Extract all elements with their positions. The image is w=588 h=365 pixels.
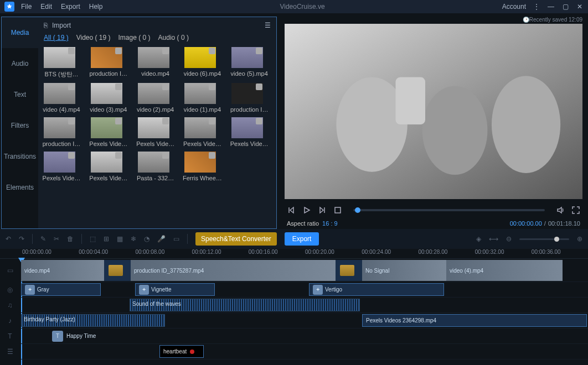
add-badge-icon[interactable] [68, 152, 75, 159]
split-icon[interactable]: ⊞ [104, 235, 109, 243]
speech-text-button[interactable]: Speech&Text Converter [195, 232, 277, 246]
video-clip[interactable]: video.mp4 [21, 260, 104, 281]
add-badge-icon[interactable] [162, 84, 169, 90]
add-badge-icon[interactable] [256, 118, 262, 124]
add-badge-icon[interactable] [68, 48, 75, 54]
zoom-slider[interactable] [519, 238, 569, 240]
media-item[interactable]: Pasta - 332… [138, 152, 174, 181]
sidebar-elements[interactable]: Elements [2, 172, 38, 203]
sidebar-transitions[interactable]: Transitions [2, 141, 38, 172]
mosaic-icon[interactable]: ▦ [117, 235, 123, 243]
record-screen-icon[interactable]: ▭ [173, 235, 179, 243]
export-button[interactable]: Export [285, 232, 319, 246]
media-item[interactable]: video.mp4 [138, 47, 174, 79]
add-badge-icon[interactable] [115, 152, 122, 159]
add-badge-icon[interactable] [115, 118, 122, 124]
menu-file[interactable]: File [21, 3, 32, 11]
prev-frame-icon[interactable] [287, 206, 296, 215]
close-icon[interactable]: ✕ [576, 3, 584, 11]
cut-icon[interactable]: ✂ [54, 235, 59, 243]
filter-tab-video[interactable]: Video ( 19 ) [76, 34, 111, 41]
add-badge-icon[interactable] [209, 48, 215, 54]
filter-clip[interactable]: ✦Vertigo [309, 283, 444, 296]
media-item[interactable]: Pexels Vide… [184, 117, 220, 147]
media-item[interactable]: video (3).mp4 [91, 83, 127, 113]
media-item[interactable]: video (2).mp4 [138, 83, 174, 113]
media-item[interactable]: Pexels Vide… [138, 117, 174, 147]
add-badge-icon[interactable] [162, 152, 169, 159]
delete-icon[interactable]: 🗑 [67, 235, 74, 243]
list-view-icon[interactable]: ☰ [265, 22, 271, 29]
duration-icon[interactable]: ◔ [144, 235, 149, 243]
add-badge-icon[interactable] [162, 48, 169, 54]
menu-edit[interactable]: Edit [40, 3, 52, 11]
media-item[interactable]: production I… [231, 83, 267, 113]
track-extra-icon[interactable]: ☰ [0, 344, 20, 359]
video-clip[interactable] [336, 260, 362, 281]
menu-export[interactable]: Export [61, 3, 80, 11]
video-preview[interactable] [285, 24, 582, 199]
media-item[interactable]: Pexels Vide… [91, 117, 127, 147]
voiceover-icon[interactable]: 🎤 [157, 235, 166, 243]
volume-icon[interactable] [556, 206, 565, 215]
filter-clip[interactable]: ✦Vignette [135, 283, 215, 296]
media-item[interactable]: production I… [44, 117, 80, 147]
menu-help[interactable]: Help [89, 3, 103, 11]
add-badge-icon[interactable] [68, 84, 75, 90]
track-filter-icon[interactable]: ◎ [0, 282, 20, 298]
preview-scrubber[interactable] [353, 209, 545, 211]
track-video-icon[interactable]: ▭ [0, 259, 20, 282]
add-badge-icon[interactable] [209, 152, 215, 159]
import-button[interactable]: Import [52, 22, 71, 29]
crop-icon[interactable]: ⬚ [90, 235, 96, 243]
fit-icon[interactable]: ⟷ [489, 235, 498, 243]
timeline-ruler[interactable]: 00:00:00.0000:00:04.0000:00:08.0000:00:1… [0, 249, 588, 259]
sidebar-media[interactable]: Media [2, 17, 38, 48]
filter-track[interactable]: ✦Gray✦Vignette✦Vertigo [21, 282, 588, 298]
account-link[interactable]: Account [502, 3, 526, 11]
more-icon[interactable]: ⋮ [533, 3, 540, 11]
add-badge-icon[interactable] [256, 84, 262, 90]
video-track[interactable]: video.mp4production ID_3775287.mp4No Sig… [21, 259, 588, 282]
extra-track[interactable]: heartbeat [21, 344, 588, 359]
media-item[interactable]: Ferris Whee… [184, 152, 220, 181]
media-item[interactable]: video (5).mp4 [231, 47, 267, 79]
video-clip[interactable]: video (4).mp4 [446, 260, 563, 281]
filter-tab-audio[interactable]: Audio ( 0 ) [158, 34, 189, 41]
undo-icon[interactable]: ↶ [6, 235, 11, 243]
heartbeat-clip[interactable]: heartbeat [159, 345, 204, 358]
fullscreen-icon[interactable] [571, 206, 580, 215]
zoom-out-icon[interactable]: ⊖ [506, 235, 512, 243]
audio-clip[interactable]: Pexels Videos 2364298.mp4 [362, 314, 587, 327]
add-badge-icon[interactable] [256, 48, 262, 54]
redo-icon[interactable]: ↷ [19, 235, 24, 243]
marker-icon[interactable]: ◈ [476, 235, 481, 243]
add-badge-icon[interactable] [115, 48, 122, 54]
zoom-in-icon[interactable]: ⊕ [577, 235, 582, 243]
video-clip[interactable] [104, 260, 131, 281]
sidebar-text[interactable]: Text [2, 79, 38, 110]
maximize-icon[interactable]: ▢ [561, 3, 569, 11]
track-audio2-icon[interactable]: ♪ [0, 313, 20, 328]
add-badge-icon[interactable] [115, 84, 122, 90]
audio-track-1[interactable]: Sound of the waves [21, 298, 588, 313]
audio-clip[interactable]: Birthday Party (Jazz) [21, 314, 165, 327]
stop-icon[interactable] [333, 206, 342, 215]
sidebar-filters[interactable]: Filters [2, 110, 38, 141]
filter-tab-all[interactable]: All ( 19 ) [44, 34, 69, 41]
add-badge-icon[interactable] [162, 118, 169, 124]
add-badge-icon[interactable] [209, 84, 215, 90]
filter-tab-image[interactable]: Image ( 0 ) [118, 34, 151, 41]
media-item[interactable]: video (1).mp4 [184, 83, 220, 113]
video-clip[interactable]: No Signal [362, 260, 446, 281]
add-badge-icon[interactable] [68, 118, 75, 124]
media-item[interactable]: BTS (방탄… [44, 47, 80, 79]
media-item[interactable]: video (6).mp4 [184, 47, 220, 79]
media-item[interactable]: Pexels Vide… [44, 152, 80, 181]
text-track[interactable]: THappy Time [21, 328, 588, 344]
next-frame-icon[interactable] [318, 206, 327, 215]
freeze-icon[interactable]: ❄ [131, 235, 136, 243]
aspect-ratio-value[interactable]: 16 : 9 [322, 220, 338, 227]
add-badge-icon[interactable] [209, 118, 215, 124]
audio-clip[interactable]: Sound of the waves [130, 299, 360, 311]
